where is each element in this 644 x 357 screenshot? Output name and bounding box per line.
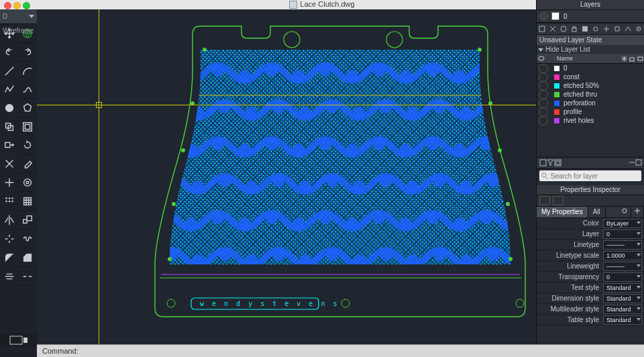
layer-group-icon[interactable] [554, 159, 561, 168]
tool-copy[interactable] [0, 117, 18, 136]
tool-pan[interactable] [0, 173, 18, 191]
layer-color-swatch[interactable] [554, 66, 559, 71]
layer-color-icon[interactable] [581, 25, 589, 33]
layer-expand-icon[interactable] [635, 159, 642, 167]
tool-grid [0, 24, 36, 286]
tool-chamfer[interactable] [18, 248, 36, 267]
eye-icon[interactable] [539, 116, 548, 125]
col-lock-icon[interactable] [628, 56, 636, 62]
property-label: Dimension style [537, 295, 603, 302]
property-value[interactable]: 0 [603, 272, 642, 282]
layer-color-swatch[interactable] [554, 92, 559, 97]
tool-offset[interactable] [18, 117, 36, 136]
eye-icon[interactable] [539, 72, 548, 82]
layer-search-input[interactable] [549, 172, 641, 181]
tab-all[interactable]: All [588, 207, 606, 217]
eye-icon[interactable] [540, 12, 548, 20]
layer-item[interactable]: rivet holes [537, 116, 644, 125]
tool-mirror[interactable] [0, 211, 18, 229]
property-value[interactable]: ByLayer [603, 219, 642, 228]
property-label: Text style [537, 284, 603, 291]
tool-spline[interactable] [18, 80, 36, 99]
tool-join[interactable] [18, 230, 36, 248]
eye-icon[interactable] [539, 99, 548, 108]
svg-point-26 [516, 299, 524, 307]
property-value[interactable]: Standard [603, 305, 642, 314]
layer-color-swatch[interactable] [554, 109, 559, 115]
property-value[interactable]: Standard [603, 294, 642, 303]
col-plot-icon[interactable] [636, 56, 644, 62]
layer-color-swatch[interactable] [554, 83, 559, 89]
tool-undo[interactable] [0, 43, 18, 61]
tool-fillet[interactable] [0, 248, 18, 266]
layer-footer-row [537, 157, 644, 169]
tool-stretch[interactable] [0, 136, 18, 154]
current-layer-row[interactable]: 0 [537, 10, 644, 23]
layers-title: Layers [537, 0, 644, 10]
col-name[interactable]: Name [555, 55, 620, 62]
tool-hatch[interactable] [18, 192, 36, 211]
layer-item[interactable]: profile [537, 107, 644, 116]
tool-rotate[interactable] [18, 136, 36, 154]
layer-minimize-icon[interactable] [629, 159, 635, 167]
layer-off-icon[interactable] [592, 25, 600, 33]
view-mode-header[interactable]: D Wireframe [0, 9, 37, 24]
tool-polygon[interactable] [18, 99, 36, 117]
tool-trim[interactable] [0, 154, 18, 172]
property-value[interactable]: 0 [603, 230, 642, 239]
col-visibility-icon[interactable] [537, 56, 546, 61]
layer-item[interactable]: perforation [537, 99, 644, 107]
layer-state-label[interactable]: Unsaved Layer State [537, 35, 644, 45]
eye-icon[interactable] [539, 107, 548, 117]
tool-align[interactable] [0, 267, 18, 285]
tool-circle[interactable] [0, 99, 18, 117]
tool-break[interactable] [18, 267, 36, 286]
eye-icon[interactable] [539, 64, 548, 73]
layer-color-swatch[interactable] [554, 118, 559, 123]
eye-icon[interactable] [539, 81, 548, 91]
layer-color-swatch[interactable] [554, 74, 559, 80]
tool-scale[interactable] [18, 211, 36, 230]
property-value[interactable]: 1.0000 [603, 251, 642, 260]
layer-freeze-icon[interactable] [559, 25, 568, 33]
command-bar[interactable]: Command: [37, 344, 644, 357]
tool-polyline[interactable] [0, 80, 18, 98]
tool-orbit[interactable] [18, 173, 36, 192]
layer-item[interactable]: const [537, 72, 644, 81]
layer-merge-icon[interactable] [613, 25, 621, 33]
layer-match-icon[interactable] [624, 25, 632, 33]
layer-isolate-icon[interactable] [602, 25, 610, 33]
tool-line[interactable] [0, 62, 18, 80]
hide-layer-list[interactable]: Hide Layer List [537, 45, 644, 54]
col-freeze-icon[interactable] [620, 56, 628, 62]
layer-item[interactable]: 0 [537, 64, 644, 72]
tool-erase[interactable] [18, 154, 36, 173]
tool-array[interactable] [0, 192, 18, 210]
property-value[interactable]: ——— [603, 240, 642, 250]
drawing-area[interactable]: w e n d y s t e v e n s [37, 9, 537, 345]
model-space-indicator[interactable] [0, 334, 37, 347]
layer-item[interactable]: etched 50% [537, 81, 644, 90]
property-value[interactable]: ——— [603, 262, 642, 271]
select-similar-icon[interactable] [553, 196, 564, 205]
layer-lock-icon[interactable] [570, 25, 578, 33]
tool-arc[interactable] [18, 62, 36, 80]
inspector-settings-icon[interactable] [631, 207, 644, 217]
tool-redo[interactable] [18, 43, 36, 62]
layer-delete-icon[interactable] [549, 25, 557, 33]
tab-my-properties[interactable]: My Properties [537, 207, 588, 217]
layer-settings-icon[interactable] [635, 25, 643, 33]
chevron-down-icon [637, 264, 641, 267]
tool-explode[interactable] [0, 230, 18, 248]
layer-filter-icon[interactable] [547, 159, 554, 168]
layer-color-swatch[interactable] [554, 101, 559, 106]
layer-item[interactable]: etched thru [537, 90, 644, 99]
property-value[interactable]: Standard [603, 283, 642, 293]
layer-search[interactable] [539, 170, 641, 181]
inspector-collapse-icon[interactable] [619, 207, 631, 217]
layer-new-icon[interactable] [538, 25, 546, 33]
layer-states-icon[interactable] [539, 159, 547, 168]
property-value[interactable]: Standard [603, 315, 642, 325]
eye-icon[interactable] [539, 90, 548, 99]
quick-select-icon[interactable] [539, 196, 550, 205]
